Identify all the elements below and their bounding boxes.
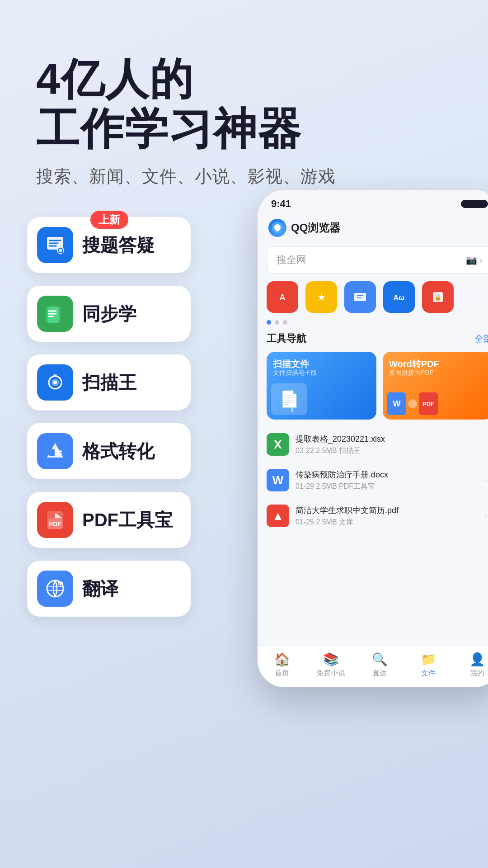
- quick-icon-4[interactable]: Aω: [383, 281, 415, 313]
- tool-card-scan[interactable]: 扫描文件 文件扫描电子版 📄: [267, 352, 376, 420]
- file-name-2: 简洁大学生求职中文简历.pdf: [296, 505, 478, 516]
- tools-title: 工具导航: [267, 332, 306, 345]
- tool-card-word[interactable]: Word转PDF 多图拼接为PDF W → PDF: [383, 352, 488, 420]
- page-dots: [258, 320, 488, 332]
- dot-2: [275, 320, 279, 325]
- tools-header: 工具导航 全部: [267, 332, 488, 345]
- svg-rect-17: [49, 449, 55, 456]
- quick-icons-row: A ★ Aω: [258, 281, 488, 320]
- tools-all[interactable]: 全部: [474, 333, 488, 345]
- nav-item-profile[interactable]: 👤 我的: [453, 652, 488, 678]
- file-meta-1: 01-29 2.5MB PDF工具宝: [296, 482, 478, 491]
- svg-text:PDF: PDF: [49, 520, 61, 528]
- svg-point-14: [53, 381, 57, 384]
- feature-icon-translate: 中: [37, 571, 73, 607]
- file-item-1[interactable]: W 传染病预防治疗手册.docx 01-29 2.5MB PDF工具宝 ···: [267, 462, 488, 498]
- nav-label-zhida: 直达: [372, 669, 387, 678]
- feature-item-translate[interactable]: 中 翻译: [27, 561, 191, 617]
- feature-label-translate: 翻译: [82, 576, 118, 601]
- nav-item-home[interactable]: 🏠 首页: [258, 652, 306, 678]
- svg-rect-8: [48, 307, 61, 323]
- svg-text:★: ★: [318, 293, 325, 302]
- quick-icon-2[interactable]: ★: [305, 281, 337, 313]
- file-name-1: 传染病预防治疗手册.docx: [296, 469, 478, 480]
- file-info-0: 提取表格_20230221.xlsx 02-22 2.5MB 扫描王: [296, 434, 478, 456]
- zhida-icon: 🔍: [372, 652, 388, 667]
- search-bar[interactable]: 搜全网 📷 ›: [267, 246, 488, 274]
- nav-label-novel: 免费小说: [316, 669, 345, 678]
- feature-label-scan: 扫描王: [82, 370, 136, 395]
- feature-label-tongbu: 同步学: [82, 302, 136, 326]
- dot-3: [283, 320, 287, 325]
- hero-subtitle: 搜索、新闻、文件、小说、影视、游戏: [36, 165, 452, 188]
- status-time: 9:41: [271, 198, 291, 210]
- feature-icon-pdf: PDF: [37, 502, 73, 538]
- file-info-1: 传染病预防治疗手册.docx 01-29 2.5MB PDF工具宝: [296, 469, 478, 491]
- files-icon: 📁: [421, 652, 436, 667]
- file-item-0[interactable]: X 提取表格_20230221.xlsx 02-22 2.5MB 扫描王 ···: [267, 427, 488, 462]
- app-header: QQ浏览器: [258, 214, 488, 242]
- status-bar: 9:41: [258, 190, 488, 214]
- badge-new: 上新: [90, 211, 128, 229]
- feature-label-soti: 搜题答疑: [82, 233, 155, 258]
- file-more-0[interactable]: ···: [484, 439, 488, 450]
- tool-scan-sub: 文件扫描电子版: [273, 369, 317, 377]
- file-icon-xlsx: X: [267, 433, 289, 456]
- svg-text:🔒: 🔒: [434, 293, 442, 301]
- feature-icon-format: [37, 433, 73, 469]
- phone-mockup: 9:41 QQ浏览器 搜全网: [258, 190, 488, 687]
- file-info-2: 简洁大学生求职中文简历.pdf 01-25 2.5MB 文库: [296, 505, 478, 527]
- file-item-2[interactable]: ▲ 简洁大学生求职中文简历.pdf 01-25 2.5MB 文库 ···: [267, 498, 488, 534]
- hero-title-line1: 4亿人的: [36, 55, 194, 103]
- search-placeholder: 搜全网: [277, 253, 306, 267]
- feature-item-format[interactable]: 格式转化: [27, 423, 191, 479]
- feature-icon-soti: [37, 227, 73, 263]
- nav-label-files: 文件: [421, 669, 436, 678]
- qq-logo: [268, 219, 286, 237]
- app-title: QQ浏览器: [291, 221, 340, 235]
- feature-label-format: 格式转化: [82, 439, 155, 464]
- dot-1: [267, 320, 271, 325]
- quick-icon-1[interactable]: A: [267, 281, 298, 313]
- tools-cards: 扫描文件 文件扫描电子版 📄 Word转PDF 多图拼接为PDF W →: [267, 352, 488, 420]
- svg-rect-34: [354, 293, 366, 301]
- svg-text:Aω: Aω: [393, 294, 404, 302]
- feature-icon-scan: [37, 364, 73, 401]
- tool-word-label: Word转PDF: [389, 358, 439, 370]
- feature-item-tongbu[interactable]: 同步学: [27, 286, 191, 342]
- file-icon-pdf: ▲: [267, 505, 289, 527]
- file-icon-docx: W: [267, 469, 289, 491]
- tool-scan-label: 扫描文件: [273, 358, 309, 370]
- nav-item-novel[interactable]: 📚 免费小说: [306, 652, 355, 678]
- hero-section: 4亿人的 工作学习神器 搜索、新闻、文件、小说、影视、游戏: [0, 0, 488, 206]
- feature-item-soti[interactable]: 上新 搜题答疑: [27, 217, 191, 273]
- hero-title-line2: 工作学习神器: [36, 104, 302, 153]
- quick-icon-3[interactable]: [344, 281, 376, 313]
- svg-text:A: A: [280, 293, 286, 302]
- hero-title: 4亿人的 工作学习神器: [36, 54, 452, 154]
- feature-item-scan[interactable]: 扫描王: [27, 354, 191, 410]
- feature-icon-tongbu: [37, 296, 73, 332]
- file-name-0: 提取表格_20230221.xlsx: [296, 434, 478, 444]
- profile-icon: 👤: [469, 652, 485, 667]
- nav-item-zhida[interactable]: 🔍 直达: [355, 652, 404, 678]
- svg-rect-15: [53, 374, 57, 376]
- phone-notch: [461, 200, 488, 208]
- file-list: X 提取表格_20230221.xlsx 02-22 2.5MB 扫描王 ···…: [258, 420, 488, 534]
- phone-inner: 9:41 QQ浏览器 搜全网: [258, 190, 488, 687]
- file-meta-2: 01-25 2.5MB 文库: [296, 518, 478, 527]
- feature-item-pdf[interactable]: PDF PDF工具宝: [27, 492, 191, 548]
- svg-text:中: 中: [58, 581, 63, 587]
- tool-word-sub: 多图拼接为PDF: [389, 369, 433, 377]
- home-icon: 🏠: [274, 652, 290, 667]
- features-list: 上新 搜题答疑 同步学: [27, 217, 191, 617]
- bottom-nav: 🏠 首页 📚 免费小说 🔍 直达 📁 文件 👤 我的: [258, 645, 488, 687]
- file-more-1[interactable]: ···: [484, 474, 488, 486]
- tools-section: 工具导航 全部 扫描文件 文件扫描电子版 📄 Word转PDF 多图拼接为PDF: [258, 332, 488, 420]
- nav-label-home: 首页: [275, 669, 289, 678]
- camera-icon: 📷 ›: [466, 255, 483, 265]
- quick-icon-5[interactable]: 🔒: [422, 281, 454, 313]
- nav-item-files[interactable]: 📁 文件: [404, 652, 453, 678]
- file-more-2[interactable]: ···: [484, 510, 488, 522]
- novel-icon: 📚: [323, 652, 339, 667]
